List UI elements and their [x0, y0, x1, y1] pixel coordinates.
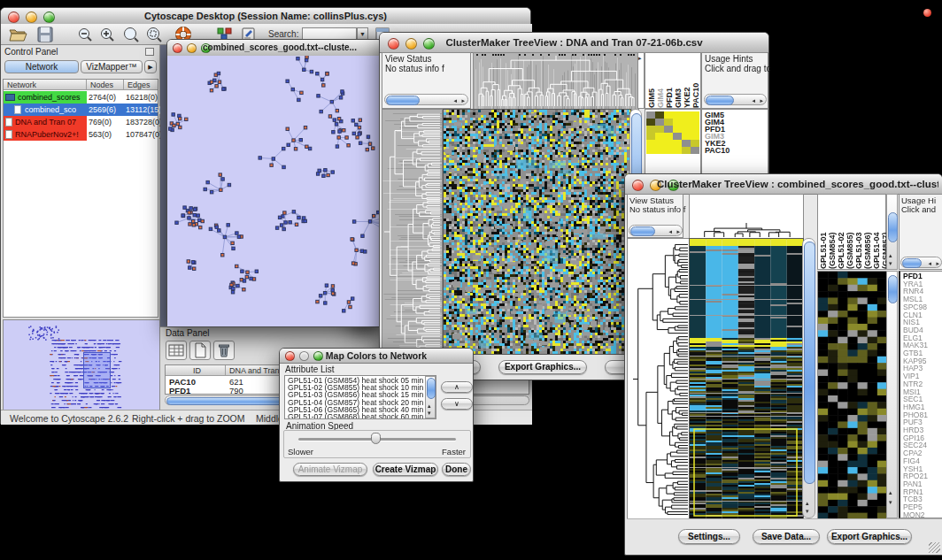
tv1-heatmap[interactable]	[443, 109, 631, 355]
treeview1-titlebar[interactable]: ClusterMaker TreeView : DNA and Tran 07-…	[380, 33, 768, 53]
scroll-up-arrow[interactable]: ▴	[889, 488, 892, 496]
scroll-left-arrow[interactable]: ◂	[668, 227, 672, 235]
scroll-left-arrow[interactable]: ◂	[453, 96, 457, 104]
scroll-left-arrow[interactable]: ◂	[752, 96, 755, 104]
column-header-network[interactable]: Network	[4, 80, 87, 90]
tab-network[interactable]: Network	[4, 60, 79, 73]
tv2-button-bar: Settings... Save Data... Export Graphics…	[627, 518, 942, 555]
save-session-icon[interactable]	[36, 27, 54, 42]
speed-slider-thumb[interactable]	[371, 433, 381, 444]
id-column-header[interactable]: ID	[166, 365, 226, 376]
zoom-in-icon[interactable]	[98, 27, 116, 42]
main-titlebar[interactable]: Cytoscape Desktop (Session Name: collins…	[1, 8, 530, 25]
animate-vizmap-button[interactable]: Animate Vizmap	[293, 463, 367, 476]
export-graphics-button[interactable]: Export Graphics...	[498, 360, 587, 374]
gene-label[interactable]: MON2	[900, 511, 942, 518]
tv1-zoom-matrix[interactable]	[646, 111, 699, 154]
treeview2-titlebar[interactable]: ClusterMaker TreeView : combined_scores_…	[625, 174, 942, 195]
scroll-down-arrow[interactable]: ▾	[889, 259, 892, 267]
column-label[interactable]: PFD1	[665, 55, 674, 108]
minimize-button[interactable]	[187, 43, 197, 53]
network-row-dna-and-tran[interactable]: DNA and Tran 07 769(0) 183728(0)	[4, 116, 158, 128]
view-status-title: View Status	[385, 54, 432, 64]
tv2-heatmap[interactable]	[689, 238, 804, 520]
column-label[interactable]: GPL51-01 (GSM854)	[819, 196, 837, 269]
column-label[interactable]: PAC10	[691, 55, 700, 108]
column-label[interactable]: GPL51-02 (GSM855)	[837, 196, 854, 269]
attribute-list-vscrollbar[interactable]: ▴ ▾	[425, 376, 436, 418]
tv1-hints-hscrollbar[interactable]: ◂ ▸	[704, 94, 767, 105]
scroll-down-arrow[interactable]: ▾	[428, 409, 431, 417]
expand-arrow[interactable]: ▸	[638, 54, 642, 62]
tv2-status-hscrollbar[interactable]: ◂ ▸	[629, 225, 683, 236]
column-label[interactable]: YKE2	[683, 55, 691, 108]
export-graphics-button[interactable]: Export Graphics...	[827, 529, 912, 544]
scroll-left-arrow[interactable]: ◂	[928, 259, 931, 267]
scroll-up-arrow[interactable]: ▴	[806, 499, 809, 507]
tab-vizmapper[interactable]: VizMapper™	[81, 60, 143, 73]
tv2-genelist-vscrollbar[interactable]: ▴ ▾	[886, 271, 898, 518]
tv2-zoom-heatmap[interactable]	[817, 271, 888, 520]
move-down-button[interactable]: ∨	[441, 398, 473, 410]
scroll-right-arrow[interactable]: ▸	[676, 227, 680, 235]
close-button[interactable]	[173, 43, 182, 53]
tv1-column-label-list[interactable]: GIM5GIM4PFD1GIM3YKE2PAC10	[645, 53, 700, 108]
column-header-nodes[interactable]: Nodes	[87, 80, 124, 90]
network-row-combined-sco-selected[interactable]: combined_sco 2569(6) 13112(15)	[4, 104, 158, 116]
network-canvas[interactable]	[167, 56, 382, 326]
attribute-item[interactable]: GPL51-07 (GSM868) heat shock 60 min	[285, 413, 436, 419]
scroll-down-arrow[interactable]: ▾	[889, 498, 892, 506]
tv2-column-dendrogram[interactable]	[689, 194, 804, 240]
datapanel-table-icon[interactable]	[166, 341, 187, 360]
treeview2-title: ClusterMaker TreeView : combined_scores_…	[657, 179, 938, 189]
gene-label[interactable]: PAC10	[702, 147, 768, 154]
row-value[interactable]: 790	[229, 386, 243, 395]
column-label[interactable]: GPL51-03 (GSM856)	[854, 196, 872, 269]
scroll-right-arrow[interactable]: ▸	[461, 96, 465, 104]
done-button[interactable]: Done	[442, 463, 471, 476]
move-up-button[interactable]: ∧	[441, 381, 473, 393]
tv2-column-label-list[interactable]: GPL51-01 (GSM854)GPL51-02 (GSM855)GPL51-…	[818, 195, 885, 269]
scroll-down-arrow[interactable]: ▾	[806, 507, 809, 515]
network-row-rnapubernov2[interactable]: RNAPuberNov2+! 563(0) 107847(0)	[4, 128, 158, 141]
tv2-heatmap-vscrollbar[interactable]: ▴ ▾	[802, 238, 815, 518]
scroll-right-arrow[interactable]: ▸	[760, 96, 763, 104]
create-vizmap-button[interactable]: Create Vizmap	[373, 463, 438, 476]
document-icon	[5, 130, 12, 139]
document-icon	[5, 118, 12, 127]
settings-button[interactable]: Settings...	[678, 529, 740, 544]
zoom-selected-icon[interactable]	[144, 27, 164, 42]
tv1-column-dendrogram[interactable]	[473, 52, 639, 111]
tab-overflow-button[interactable]: ▶	[144, 60, 157, 73]
scroll-right-arrow[interactable]: ▸	[936, 259, 939, 267]
tv1-status-hscrollbar[interactable]: ◂ ▸	[384, 94, 468, 105]
column-label[interactable]: GIM4	[656, 55, 665, 108]
zoom-fit-icon[interactable]	[121, 27, 141, 42]
tv1-row-dendrogram[interactable]	[382, 109, 443, 355]
network-view-titlebar[interactable]: combined_scores_good.txt--cluste...	[167, 40, 382, 57]
search-input[interactable]	[302, 27, 357, 40]
birdseye-view-canvas[interactable]	[3, 319, 160, 417]
save-data-button[interactable]: Save Data...	[753, 529, 820, 544]
tv2-row-dendrogram[interactable]	[627, 238, 691, 520]
close-button[interactable]	[632, 180, 644, 191]
tv2-collabel-vscrollbar[interactable]: ▴ ▾	[886, 194, 898, 270]
tv1-gutter: ▸	[637, 52, 645, 109]
attribute-list[interactable]: GPL51-01 (GSM854) heat shock 05 minGPL51…	[284, 375, 436, 419]
datapanel-trash-icon[interactable]	[213, 341, 235, 360]
tv2-gene-list[interactable]: PFD1YRA1RNR4MSL1SPC98CLN1NIS1BUD4ELG1MAK…	[899, 271, 942, 518]
resize-grip[interactable]	[929, 542, 940, 553]
zoom-out-icon[interactable]	[76, 27, 94, 42]
column-label[interactable]: GIM5	[647, 55, 656, 108]
search-dropdown-button[interactable]: ▼	[357, 27, 368, 40]
tv2-hints-hscrollbar[interactable]: ◂ ▸	[900, 257, 942, 268]
float-panel-icon[interactable]	[145, 48, 154, 56]
column-label[interactable]: GIM3	[674, 55, 683, 108]
scroll-up-arrow[interactable]: ▴	[889, 251, 892, 259]
open-session-icon[interactable]	[8, 27, 27, 42]
network-row-combined-scores[interactable]: combined_scores 2764(0) 16218(0)	[4, 91, 158, 104]
datapanel-newdoc-icon[interactable]	[189, 341, 211, 360]
dialog-titlebar[interactable]: Map Colors to Network	[280, 349, 473, 364]
row-id[interactable]: PFD1	[169, 386, 190, 395]
column-header-edges[interactable]: Edges	[124, 80, 158, 90]
